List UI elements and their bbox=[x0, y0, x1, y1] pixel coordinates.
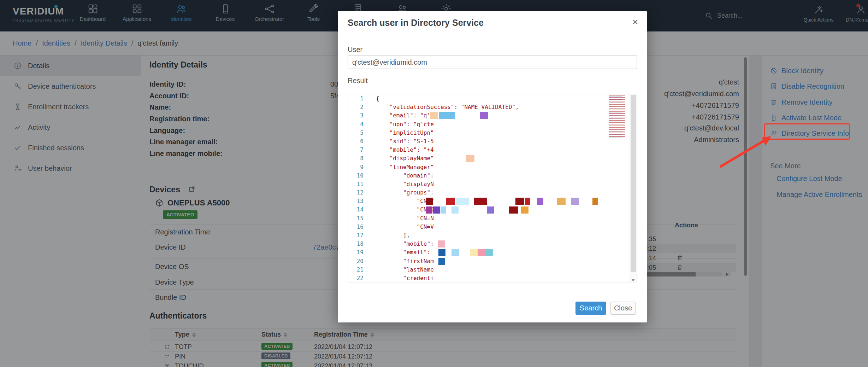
redaction-block bbox=[438, 249, 445, 256]
redaction-block bbox=[438, 240, 445, 247]
code-line: "mobile": "+4 bbox=[369, 146, 616, 154]
code-line: "implicitUpn" bbox=[369, 129, 616, 137]
code-line: "CN=V bbox=[369, 197, 616, 205]
code-line: ], bbox=[369, 231, 616, 240]
redaction-block bbox=[438, 258, 445, 265]
scroll-down-icon[interactable] bbox=[631, 279, 635, 281]
redaction-block bbox=[571, 198, 579, 205]
code-line: "email": "q'c bbox=[369, 111, 616, 120]
redaction-block bbox=[474, 198, 487, 205]
redaction-block bbox=[446, 198, 455, 205]
redaction-block bbox=[433, 206, 440, 214]
editor-minimap[interactable] bbox=[609, 95, 628, 138]
redaction-block bbox=[557, 198, 566, 205]
code-line: "firstNam bbox=[369, 257, 616, 266]
redaction-block bbox=[441, 206, 446, 214]
editor-scrollbar-track[interactable] bbox=[630, 94, 637, 282]
editor-scrollbar-thumb[interactable] bbox=[631, 95, 636, 272]
code-line: "validationSuccess": "NAME_VALIDATED", bbox=[369, 103, 616, 111]
code-line: "mobile": bbox=[369, 240, 616, 248]
code-line: "displayN bbox=[369, 180, 616, 188]
code-line: "sid": "S-1-5 bbox=[369, 137, 616, 146]
close-button[interactable]: Close bbox=[610, 302, 636, 315]
redaction-block bbox=[485, 249, 493, 256]
redaction-block bbox=[451, 206, 459, 214]
code-line: { bbox=[369, 94, 616, 103]
code-line: "groups": bbox=[369, 188, 616, 197]
redaction-block bbox=[521, 206, 529, 214]
modal-title: Search user in Directory Service bbox=[348, 18, 484, 28]
directory-search-modal: Search user in Directory Service × User … bbox=[338, 11, 647, 322]
redaction-block bbox=[470, 249, 478, 256]
code-line: "CN=N bbox=[369, 214, 616, 223]
code-line: "credenti bbox=[369, 274, 616, 282]
editor-line-numbers: 1 2 3 4 5 6 7 8 9 10 11 12 13 14 15 16 1… bbox=[348, 94, 369, 282]
code-line: "upn": "q'cte bbox=[369, 120, 616, 129]
redaction-block bbox=[466, 155, 474, 162]
code-line: "CN=V bbox=[369, 223, 616, 231]
user-field-label: User bbox=[348, 46, 362, 54]
redaction-block bbox=[592, 198, 598, 205]
redaction-block bbox=[456, 198, 469, 205]
user-search-input[interactable] bbox=[348, 56, 637, 69]
redaction-block bbox=[537, 198, 543, 205]
redaction-block bbox=[430, 112, 438, 119]
code-line: "domain": bbox=[369, 171, 616, 180]
redaction-block bbox=[426, 206, 432, 214]
close-icon[interactable]: × bbox=[629, 16, 642, 28]
code-line: "lastName bbox=[369, 266, 616, 274]
code-line: "email": bbox=[369, 248, 616, 257]
code-line: "lineManager" bbox=[369, 163, 616, 171]
search-button[interactable]: Search bbox=[575, 302, 606, 315]
code-line: "displayName" bbox=[369, 154, 616, 163]
redaction-block bbox=[515, 198, 524, 205]
result-label: Result bbox=[348, 77, 368, 85]
redaction-block bbox=[426, 198, 433, 205]
redaction-block bbox=[509, 206, 518, 214]
redaction-block bbox=[439, 112, 455, 119]
redaction-block bbox=[478, 249, 485, 256]
redaction-block bbox=[480, 112, 488, 119]
redaction-block bbox=[487, 206, 494, 214]
annotation-arrow bbox=[714, 130, 777, 173]
redaction-block bbox=[525, 198, 530, 205]
code-lines: { "validationSuccess": "NAME_VALIDATED",… bbox=[369, 94, 616, 282]
redaction-block bbox=[451, 249, 459, 256]
modal-header: Search user in Directory Service × bbox=[338, 11, 647, 34]
json-result-editor[interactable]: 1 2 3 4 5 6 7 8 9 10 11 12 13 14 15 16 1… bbox=[348, 94, 637, 282]
